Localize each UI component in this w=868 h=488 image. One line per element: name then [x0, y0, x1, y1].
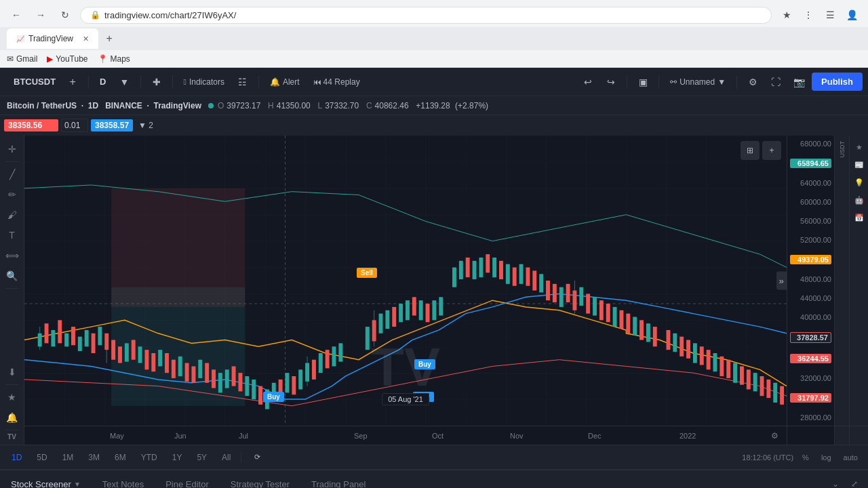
svg-rect-27 — [178, 357, 182, 376]
crosshair-tool[interactable]: ✛ — [3, 140, 22, 159]
news-button[interactable]: 📰 — [852, 157, 867, 172]
profile-button[interactable]: 👤 — [842, 5, 861, 24]
toolbar-separator-5 — [627, 75, 627, 89]
tab-stock-screener[interactable]: Stock Screener ▼ — [0, 470, 92, 488]
rectangle-button[interactable]: ▣ — [633, 72, 653, 92]
svg-rect-71 — [499, 261, 503, 279]
tab-pine-editor[interactable]: Pine Editor — [155, 470, 220, 488]
template-button[interactable]: ☷ — [233, 72, 253, 92]
tf-3m[interactable]: 3M — [83, 451, 104, 464]
tab-close-icon[interactable]: ✕ — [83, 35, 89, 43]
step-input[interactable] — [61, 119, 88, 132]
bookmark-youtube[interactable]: ▶ YouTube — [47, 54, 87, 64]
tab-text-notes[interactable]: Text Notes — [92, 470, 155, 488]
redo-button[interactable]: ↪ — [601, 72, 621, 92]
symbol-selector[interactable]: BTCUSDT — [5, 74, 60, 89]
bottom-expand-button[interactable]: ⤢ — [846, 476, 863, 488]
alerts-button[interactable]: 🔔 — [3, 408, 22, 427]
svg-rect-108 — [753, 373, 757, 391]
replay-button[interactable]: ⏮ 44 Replay — [308, 75, 366, 89]
currency-label: USDT — [839, 141, 846, 158]
unnamed-button[interactable]: ⚯ Unnamed ▼ — [665, 75, 731, 89]
pct-button[interactable]: % — [799, 451, 812, 464]
extensions-button[interactable]: ☰ — [821, 5, 840, 24]
tab-title: TradingView — [28, 34, 73, 43]
bottom-collapse-button[interactable]: ⌄ — [827, 476, 844, 488]
trend-line-tool[interactable]: ╱ — [3, 165, 22, 184]
tf-all[interactable]: All — [217, 451, 235, 464]
idea-button[interactable]: 💡 — [852, 175, 867, 190]
timeframe-dropdown-button[interactable]: ▼ — [115, 72, 135, 92]
tf-1y[interactable]: 1Y — [167, 451, 187, 464]
tf-1m[interactable]: 1M — [58, 451, 79, 464]
unnamed-chevron-icon: ▼ — [717, 77, 726, 87]
svg-rect-12 — [78, 337, 82, 351]
new-tab-button[interactable]: + — [100, 29, 119, 48]
sell-signal[interactable]: Sell — [357, 268, 377, 278]
chart-expand-button[interactable]: » — [776, 272, 787, 290]
top-toolbar: BTCUSDT + D ▼ ✚ 𝃿 Indicators ☷ 🔔 Alert ⏮… — [0, 68, 868, 96]
tf-ytd[interactable]: YTD — [136, 451, 162, 464]
more-tools-button[interactable]: ⬇ — [3, 363, 22, 382]
timeframe-button[interactable]: D — [94, 74, 111, 89]
reload-button[interactable]: ↻ — [56, 5, 75, 24]
brush-tool[interactable]: 🖌 — [3, 205, 22, 224]
bookmark-maps[interactable]: 📍 Maps — [98, 54, 130, 64]
time-axis-settings-button[interactable]: ⚙ — [766, 428, 783, 444]
compare-button[interactable]: ✚ — [146, 72, 167, 92]
chart-area[interactable]: TV Sell Buy Buy Buy — [24, 136, 787, 426]
time-display: 18:12:06 (UTC) — [742, 453, 793, 462]
tab-strategy-tester[interactable]: Strategy Tester — [220, 470, 300, 488]
chart-info-bar: Bitcoin / TetherUS · 1D BINANCE · Tradin… — [0, 96, 868, 115]
svg-rect-80 — [559, 287, 564, 307]
tab-trading-panel[interactable]: Trading Panel — [300, 470, 376, 488]
auto-button[interactable]: auto — [840, 451, 861, 464]
tf-6m[interactable]: 6M — [110, 451, 131, 464]
chart-grid-button[interactable]: ⊞ — [741, 141, 760, 160]
crosshair-date-text: 05 Aug '21 — [388, 395, 423, 403]
back-button[interactable]: ← — [7, 5, 26, 24]
alert-button[interactable]: 🔔 Alert — [264, 75, 305, 89]
toolbar-separator-4 — [258, 75, 259, 89]
toolbar-separator-6 — [658, 75, 659, 89]
bookmark-gmail[interactable]: ✉ Gmail — [7, 54, 37, 64]
fullscreen-button[interactable]: ⛶ — [766, 72, 786, 92]
bot-button[interactable]: 🤖 — [852, 192, 867, 207]
bookmark-star-button[interactable]: ★ — [777, 5, 796, 24]
forward-button[interactable]: → — [31, 5, 50, 24]
compare-chart-button[interactable]: ⟳ — [247, 447, 267, 468]
settings-button[interactable]: ⚙ — [743, 72, 763, 92]
svg-rect-94 — [653, 327, 657, 346]
watch-list-button[interactable]: ★ — [3, 388, 22, 407]
publish-button[interactable]: Publish — [812, 73, 863, 91]
svg-rect-9 — [58, 320, 62, 343]
time-label-may: May — [110, 432, 124, 440]
svg-rect-8 — [51, 330, 55, 346]
tf-5y[interactable]: 5Y — [192, 451, 212, 464]
browser-menu-button[interactable]: ⋮ — [799, 5, 818, 24]
indicators-button[interactable]: 𝃿 Indicators — [178, 75, 230, 89]
youtube-icon: ▶ — [47, 54, 53, 64]
measure-tool[interactable]: ⟺ — [3, 246, 22, 265]
undo-button[interactable]: ↩ — [578, 72, 598, 92]
calendar-button[interactable]: 📅 — [852, 210, 867, 225]
watchlist-button[interactable]: ★ — [852, 140, 867, 155]
screenshot-button[interactable]: 📷 — [789, 72, 809, 92]
address-bar[interactable]: 🔒 tradingview.com/chart/27IW6yAX/ — [80, 7, 772, 24]
tf-1d[interactable]: 1D — [7, 451, 26, 464]
draw-tool[interactable]: ✏ — [3, 185, 22, 204]
chart-add-button[interactable]: + — [762, 141, 781, 160]
svg-rect-62 — [432, 300, 436, 320]
buy-signal-1[interactable]: Buy — [263, 392, 284, 402]
log-button[interactable]: log — [818, 451, 835, 464]
expand-button[interactable]: ▼ 2 — [136, 119, 156, 131]
time-axis-row: May Jun Jul Sep Oct Nov Dec 2022 ⚙ — [24, 426, 868, 445]
add-symbol-button[interactable]: + — [62, 72, 83, 92]
buy-signal-3[interactable]: Buy — [414, 359, 435, 369]
text-tool[interactable]: T — [3, 226, 22, 245]
tf-5d[interactable]: 5D — [32, 451, 52, 464]
price-input-1[interactable] — [4, 119, 58, 131]
zoom-tool[interactable]: 🔍 — [3, 266, 22, 285]
price-level-40k: 40000.00 — [790, 313, 831, 321]
active-tab[interactable]: 📈 TradingView ✕ — [7, 28, 98, 49]
